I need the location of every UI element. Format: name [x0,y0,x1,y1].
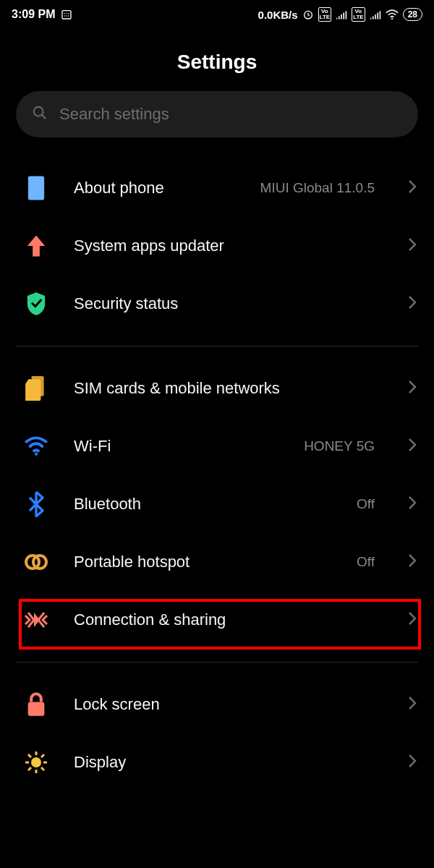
page-title: Settings [0,29,434,91]
row-sim-cards[interactable]: SIM cards & mobile networks [0,359,434,417]
signal-icon-1 [336,9,347,20]
wifi-settings-icon [23,433,49,459]
svg-line-23 [28,767,31,770]
svg-point-16 [31,757,41,767]
search-input[interactable] [59,105,402,124]
svg-point-1 [64,13,65,14]
svg-line-10 [42,115,46,119]
search-box[interactable] [16,91,418,137]
svg-line-24 [41,754,44,757]
row-label: Bluetooth [74,495,332,514]
svg-rect-11 [28,176,43,200]
row-label: System apps updater [74,237,383,255]
svg-point-9 [34,107,43,116]
svg-point-4 [64,15,65,16]
row-label: Lock screen [74,695,383,714]
row-label: Portable hotspot [74,553,332,571]
sim-icon [23,375,49,401]
status-right: 0.0KB/s VoLTE VoLTE 28 [258,7,422,22]
row-label: Wi-Fi [74,437,279,456]
svg-line-21 [28,754,31,757]
chevron-right-icon [408,380,417,397]
net-speed: 0.0KB/s [258,9,298,21]
row-display[interactable]: Display [0,733,434,791]
divider [16,346,418,346]
row-bluetooth[interactable]: Bluetooth Off [0,475,434,533]
connection-sharing-icon [23,607,49,633]
phone-icon [23,175,49,201]
shield-check-icon [23,291,49,317]
row-value: HONEY 5G [304,438,375,454]
row-label: Security status [74,294,383,313]
chevron-right-icon [408,295,417,312]
search-icon [32,105,48,124]
svg-point-2 [67,13,67,14]
status-time: 3:09 PM [12,8,55,21]
row-value: MIUI Global 11.0.5 [260,180,375,196]
row-connection-sharing[interactable]: Connection & sharing [0,591,434,649]
row-wifi[interactable]: Wi-Fi HONEY 5G [0,417,434,475]
lock-icon [23,692,49,718]
chevron-right-icon [408,696,417,713]
chevron-right-icon [408,438,417,455]
chevron-right-icon [408,611,417,629]
chevron-right-icon [408,495,417,513]
chevron-right-icon [408,237,417,255]
display-brightness-icon [23,749,49,775]
chevron-right-icon [408,553,417,571]
settings-list: About phone MIUI Global 11.0.5 System ap… [0,159,434,791]
row-label: SIM cards & mobile networks [74,379,383,398]
row-label: Connection & sharing [74,610,383,629]
svg-point-12 [35,453,38,456]
alarm-icon [302,9,314,20]
svg-point-8 [391,18,393,20]
divider [16,662,418,663]
volte-badge-1: VoLTE [318,7,332,22]
status-left: 3:09 PM [12,8,72,21]
svg-rect-0 [62,11,71,19]
svg-point-5 [67,15,67,16]
wifi-icon [386,9,399,20]
signal-icon-2 [370,9,381,20]
row-value: Off [357,496,375,512]
arrow-up-icon [23,233,49,259]
calendar-icon [61,9,72,20]
row-about-phone[interactable]: About phone MIUI Global 11.0.5 [0,159,434,217]
row-label: About phone [74,179,236,197]
status-bar: 3:09 PM 0.0KB/s VoLTE VoLTE 28 [0,0,434,29]
hotspot-icon [23,549,49,575]
search-container [16,91,418,137]
svg-line-22 [41,767,44,770]
chevron-right-icon [408,754,417,771]
row-system-updater[interactable]: System apps updater [0,217,434,275]
svg-rect-15 [28,702,45,716]
svg-point-3 [68,13,69,14]
row-security-status[interactable]: Security status [0,275,434,333]
bluetooth-icon [23,491,49,517]
chevron-right-icon [408,179,417,197]
row-label: Display [74,753,383,772]
svg-point-6 [68,15,69,16]
battery-indicator: 28 [403,8,422,21]
row-portable-hotspot[interactable]: Portable hotspot Off [0,533,434,591]
row-value: Off [357,554,375,570]
volte-badge-2: VoLTE [352,7,365,22]
row-lock-screen[interactable]: Lock screen [0,676,434,733]
